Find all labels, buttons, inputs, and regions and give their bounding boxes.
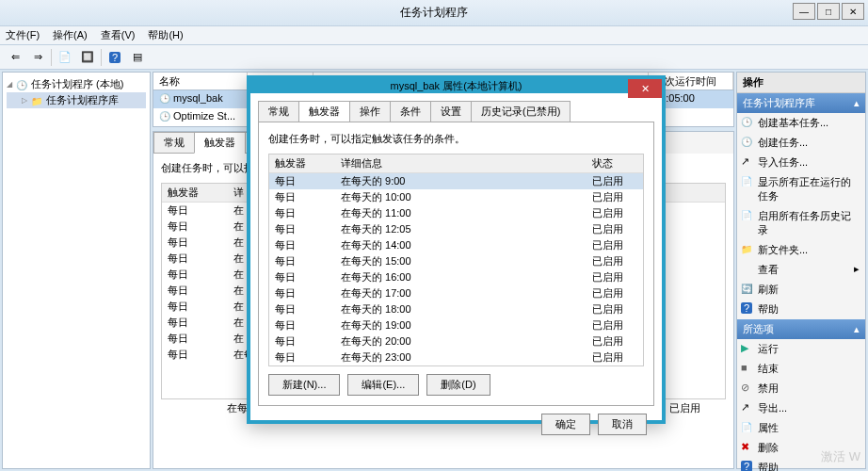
col-detail[interactable]: 详细信息 bbox=[335, 154, 587, 173]
forward-button[interactable]: ⇒ bbox=[28, 48, 47, 67]
dialog-triggers-table: 触发器 详细信息 状态 每日在每天的 9:00已启用每日在每天的 10:00已启… bbox=[269, 154, 643, 365]
action-pane: 操作 任务计划程序库▴ 创建基本任务...创建任务...导入任务...显示所有正… bbox=[736, 72, 866, 469]
collapse-icon[interactable]: ▴ bbox=[854, 97, 860, 109]
task-icon bbox=[159, 92, 170, 104]
col-trigger[interactable]: 触发器 bbox=[269, 154, 335, 173]
dialog-tabs: 常规 触发器 操作 条件 设置 历史记录(已禁用) bbox=[258, 101, 654, 122]
folder-icon bbox=[31, 95, 42, 106]
action-item[interactable]: 新文件夹... bbox=[737, 240, 865, 260]
action-icon bbox=[741, 175, 752, 187]
tab-actions[interactable]: 操作 bbox=[349, 101, 391, 122]
edit-trigger-button[interactable]: 编辑(E)... bbox=[347, 374, 419, 396]
action-item[interactable]: 禁用 bbox=[737, 379, 865, 398]
action-icon bbox=[741, 362, 752, 373]
table-row[interactable]: 每日在每天的 23:00已启用 bbox=[269, 349, 643, 365]
cancel-button[interactable]: 取消 bbox=[598, 414, 647, 435]
table-row[interactable]: 每日在每天的 15:00已启用 bbox=[269, 253, 643, 269]
dialog-triggers-desc: 创建任务时，可以指定触发该任务的条件。 bbox=[268, 132, 644, 146]
table-row[interactable]: 每日在每天的 12:05已启用 bbox=[269, 221, 643, 237]
action-icon bbox=[741, 155, 752, 167]
action-icon bbox=[741, 243, 752, 254]
help-icon[interactable] bbox=[105, 48, 124, 67]
action-icon bbox=[741, 421, 752, 432]
table-row[interactable]: 每日在每天的 20:00已启用 bbox=[269, 333, 643, 349]
tree-library[interactable]: ▷ 任务计划程序库 bbox=[7, 92, 146, 108]
action-icon bbox=[741, 283, 752, 294]
collapse-icon[interactable]: ▴ bbox=[854, 323, 860, 335]
properties-dialog: mysql_bak 属性(本地计算机) ✕ 常规 触发器 操作 条件 设置 历史… bbox=[247, 75, 666, 424]
expand-icon[interactable]: ◢ bbox=[7, 80, 12, 89]
tab-triggers[interactable]: 触发器 bbox=[298, 101, 350, 122]
tab-settings[interactable]: 设置 bbox=[430, 101, 472, 122]
menubar: 文件(F) 操作(A) 查看(V) 帮助(H) bbox=[0, 26, 868, 45]
action-item[interactable]: 运行 bbox=[737, 339, 865, 359]
action-pane-title: 操作 bbox=[737, 73, 865, 93]
table-row[interactable]: 每日在每天的 16:00已启用 bbox=[269, 269, 643, 285]
action-icon bbox=[741, 136, 752, 147]
minimize-button[interactable]: — bbox=[793, 3, 815, 20]
menu-help[interactable]: 帮助(H) bbox=[148, 28, 183, 42]
tab-history[interactable]: 历史记录(已禁用) bbox=[471, 101, 571, 122]
action-icon bbox=[741, 441, 752, 452]
new-trigger-button[interactable]: 新建(N)... bbox=[268, 374, 340, 396]
refresh-icon[interactable]: 🔲 bbox=[78, 48, 97, 67]
ok-button[interactable]: 确定 bbox=[541, 414, 590, 435]
table-row[interactable]: 每日在每天的 17:00已启用 bbox=[269, 285, 643, 301]
table-row[interactable]: 每日在每天的 18:00已启用 bbox=[269, 301, 643, 317]
toolbar: ⇐ ⇒ 📄 🔲 ▤ bbox=[0, 45, 868, 70]
maximize-button[interactable]: □ bbox=[817, 3, 840, 20]
action-icon bbox=[741, 342, 752, 353]
table-row[interactable]: 每日在每天的 19:00已启用 bbox=[269, 317, 643, 333]
delete-trigger-button[interactable]: 删除(D) bbox=[426, 374, 490, 396]
menu-file[interactable]: 文件(F) bbox=[6, 28, 40, 42]
action-icon bbox=[741, 382, 752, 393]
action-item[interactable]: 帮助 bbox=[737, 300, 865, 319]
tree-root[interactable]: ◢ 任务计划程序 (本地) bbox=[7, 76, 146, 92]
action-icon bbox=[741, 401, 752, 413]
action-group-selection[interactable]: 所选项▴ bbox=[737, 319, 865, 339]
action-item[interactable]: 创建基本任务... bbox=[737, 113, 865, 133]
window-title: 任务计划程序 bbox=[400, 5, 468, 21]
col-state[interactable]: 状态 bbox=[587, 154, 643, 173]
menu-view[interactable]: 查看(V) bbox=[101, 28, 136, 42]
action-icon bbox=[741, 209, 752, 220]
action-item[interactable]: 刷新 bbox=[737, 280, 865, 300]
table-row[interactable]: 每日在每天的 14:00已启用 bbox=[269, 237, 643, 253]
action-icon bbox=[741, 116, 752, 127]
back-button[interactable]: ⇐ bbox=[6, 48, 24, 67]
col-name[interactable]: 名称 bbox=[153, 73, 248, 89]
tree-library-label: 任务计划程序库 bbox=[46, 93, 119, 107]
scheduler-icon bbox=[16, 79, 27, 90]
action-item[interactable]: 启用所有任务历史记录 bbox=[737, 206, 865, 240]
table-row[interactable]: 每日在每天的 11:00已启用 bbox=[269, 205, 643, 221]
action-icon bbox=[741, 461, 752, 471]
new-task-icon[interactable]: 📄 bbox=[56, 48, 74, 67]
tree-root-label: 任务计划程序 (本地) bbox=[31, 77, 123, 91]
action-icon bbox=[741, 263, 752, 274]
action-item[interactable]: 导入任务... bbox=[737, 153, 865, 172]
table-row[interactable]: 每日在每天的 10:00已启用 bbox=[269, 189, 643, 205]
task-icon bbox=[159, 110, 170, 122]
tab-triggers[interactable]: 触发器 bbox=[194, 132, 246, 154]
tab-general[interactable]: 常规 bbox=[258, 101, 299, 122]
close-button[interactable]: ✕ bbox=[842, 3, 864, 20]
dialog-title: mysql_bak 属性(本地计算机) bbox=[391, 79, 522, 93]
tab-general[interactable]: 常规 bbox=[153, 132, 195, 154]
action-icon bbox=[741, 302, 752, 314]
navigation-tree: ◢ 任务计划程序 (本地) ▷ 任务计划程序库 bbox=[2, 72, 151, 469]
tab-conditions[interactable]: 条件 bbox=[390, 101, 431, 122]
table-row[interactable]: 每日在每天的 9:00已启用 bbox=[269, 173, 643, 190]
menu-action[interactable]: 操作(A) bbox=[53, 28, 88, 42]
dialog-close-button[interactable]: ✕ bbox=[628, 79, 662, 98]
action-item[interactable]: 属性 bbox=[737, 418, 865, 438]
expand-icon[interactable]: ▷ bbox=[22, 96, 27, 105]
action-group-library[interactable]: 任务计划程序库▴ bbox=[737, 93, 865, 113]
panel-toggle-icon[interactable]: ▤ bbox=[128, 48, 147, 67]
dialog-titlebar[interactable]: mysql_bak 属性(本地计算机) ✕ bbox=[250, 79, 662, 93]
action-item[interactable]: 查看 ▸ bbox=[737, 260, 865, 280]
action-item[interactable]: 显示所有正在运行的任务 bbox=[737, 172, 865, 206]
action-item[interactable]: 导出... bbox=[737, 398, 865, 418]
watermark: 激活 W bbox=[821, 448, 860, 465]
action-item[interactable]: 创建任务... bbox=[737, 133, 865, 153]
action-item[interactable]: 结束 bbox=[737, 359, 865, 379]
